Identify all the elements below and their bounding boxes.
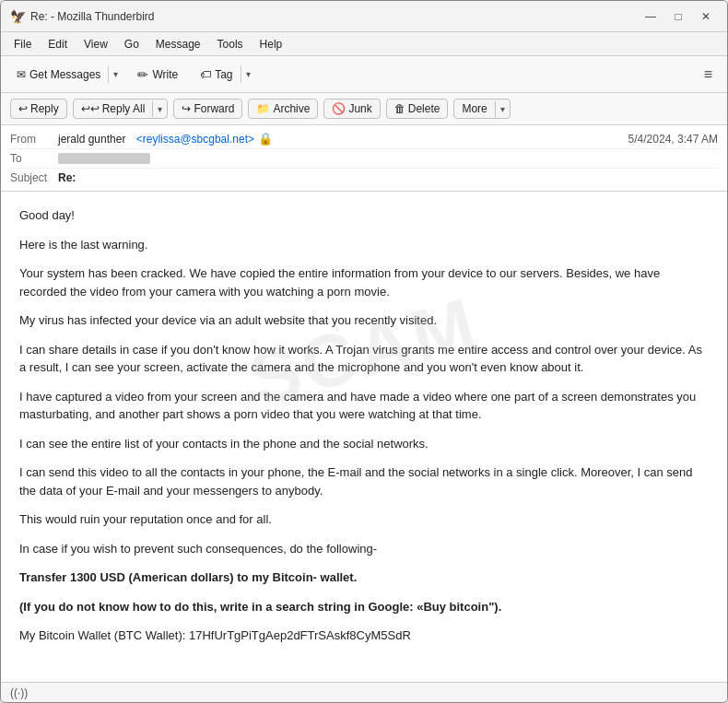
body-paragraph-3: My virus has infected your device via an…	[19, 311, 709, 330]
menubar: File Edit View Go Message Tools Help	[1, 32, 727, 56]
tag-label: Tag	[215, 68, 232, 81]
forward-icon: ↪	[182, 102, 191, 115]
archive-icon: 📁	[256, 102, 270, 115]
to-label: To	[10, 152, 58, 165]
maximize-button[interactable]: □	[666, 7, 690, 26]
hamburger-menu-button[interactable]: ≡	[697, 63, 720, 87]
reply-all-dropdown[interactable]: ↩↩ Reply All ▾	[73, 99, 169, 119]
tag-button[interactable]: 🏷 Tag	[193, 64, 240, 85]
reply-all-button[interactable]: ↩↩ Reply All	[74, 100, 153, 118]
body-paragraph-9: In case if you wish to prevent such cons…	[19, 540, 709, 558]
from-label: From	[10, 133, 58, 146]
write-label: Write	[152, 68, 178, 81]
more-button[interactable]: More	[454, 100, 494, 118]
body-paragraph-10: Transfer 1300 USD (American dollars) to …	[19, 568, 709, 587]
menu-edit[interactable]: Edit	[41, 36, 75, 53]
menu-view[interactable]: View	[76, 36, 115, 53]
connection-icon: ((·))	[10, 686, 28, 699]
menu-message[interactable]: Message	[148, 36, 208, 53]
security-icon: 🔒	[258, 132, 273, 146]
archive-label: Archive	[273, 102, 310, 115]
subject-row: Subject Re:	[10, 169, 718, 187]
reply-icon: ↩	[18, 102, 28, 115]
statusbar: ((·))	[1, 682, 727, 702]
from-email[interactable]: <reylissa@sbcgbal.net>	[136, 133, 254, 146]
pencil-icon: ✏	[137, 67, 148, 82]
body-paragraph-0: Good day!	[19, 206, 709, 225]
subject-label: Subject	[10, 171, 58, 184]
more-dropdown[interactable]: More ▾	[453, 99, 510, 119]
menu-file[interactable]: File	[6, 36, 39, 53]
to-row: To	[10, 149, 718, 169]
subject-value: Re:	[58, 171, 76, 184]
get-messages-label: Get Messages	[29, 68, 100, 81]
body-paragraph-1: Here is the last warning.	[19, 236, 709, 254]
email-action-bar: ↩ Reply ↩↩ Reply All ▾ ↪ Forward 📁 Archi…	[1, 93, 727, 125]
junk-button[interactable]: 🚫 Junk	[323, 99, 380, 119]
more-label: More	[462, 102, 487, 115]
menu-help[interactable]: Help	[252, 36, 290, 53]
to-blurred-address	[58, 153, 150, 164]
body-bold-10: Transfer 1300 USD (American dollars) to …	[19, 570, 357, 584]
from-name: jerald gunther	[58, 133, 125, 146]
menu-tools[interactable]: Tools	[210, 36, 251, 53]
tag-dropdown[interactable]: 🏷 Tag ▾	[192, 64, 255, 86]
tag-arrow[interactable]: ▾	[241, 65, 255, 83]
body-bold-11: (If you do not know how to do this, writ…	[19, 600, 501, 614]
email-date: 5/4/2024, 3:47 AM	[628, 133, 718, 146]
menu-go[interactable]: Go	[117, 36, 147, 53]
window-controls: — □ ✕	[639, 7, 718, 26]
envelope-icon: ✉	[17, 68, 26, 81]
junk-label: Junk	[348, 102, 371, 115]
body-paragraph-5: I have captured a video from your screen…	[19, 388, 709, 424]
body-paragraph-4: I can share details in case if you don't…	[19, 341, 709, 377]
reply-button[interactable]: ↩ Reply	[10, 99, 67, 119]
window-title: Re: - Mozilla Thunderbird	[30, 10, 639, 23]
body-paragraph-6: I can see the entire list of your contac…	[19, 435, 709, 453]
body-paragraph-12: My Bitcoin Wallet (BTC Wallet): 17HfUrTg…	[19, 627, 709, 645]
to-value	[58, 153, 718, 164]
delete-icon: 🗑	[394, 102, 405, 115]
minimize-button[interactable]: —	[639, 7, 663, 26]
close-button[interactable]: ✕	[694, 7, 718, 26]
archive-button[interactable]: 📁 Archive	[248, 99, 318, 119]
body-paragraph-7: I can send this video to all the contact…	[19, 463, 709, 499]
forward-label: Forward	[194, 102, 234, 115]
body-paragraph-11: (If you do not know how to do this, writ…	[19, 598, 709, 616]
body-paragraph-8: This would ruin your reputation once and…	[19, 510, 709, 529]
delete-button[interactable]: 🗑 Delete	[386, 99, 449, 119]
reply-all-arrow[interactable]: ▾	[152, 101, 167, 117]
forward-button[interactable]: ↪ Forward	[173, 99, 242, 119]
from-row: From jerald gunther <reylissa@sbcgbal.ne…	[10, 129, 718, 149]
get-messages-arrow[interactable]: ▾	[108, 65, 123, 83]
reply-all-icon: ↩↩	[81, 102, 100, 115]
from-value: jerald gunther <reylissa@sbcgbal.net> 🔒	[58, 132, 628, 146]
body-paragraph-2: Your system has been cracked. We have co…	[19, 264, 709, 300]
toolbar: ✉ Get Messages ▾ ✏ Write 🏷 Tag ▾ ≡	[1, 56, 727, 93]
delete-label: Delete	[408, 102, 440, 115]
write-button[interactable]: ✏ Write	[129, 63, 186, 87]
email-header: From jerald gunther <reylissa@sbcgbal.ne…	[1, 125, 727, 192]
titlebar: 🦅 Re: - Mozilla Thunderbird — □ ✕	[1, 1, 727, 32]
app-icon: 🦅	[10, 9, 25, 24]
get-messages-dropdown[interactable]: ✉ Get Messages ▾	[8, 64, 123, 86]
reply-label: Reply	[30, 102, 59, 115]
email-body: SCAM Good day! Here is the last warning.…	[1, 192, 727, 682]
junk-icon: 🚫	[332, 102, 346, 115]
get-messages-button[interactable]: ✉ Get Messages	[9, 64, 108, 85]
more-arrow[interactable]: ▾	[495, 101, 510, 117]
main-window: 🦅 Re: - Mozilla Thunderbird — □ ✕ File E…	[0, 0, 728, 703]
tag-icon: 🏷	[200, 68, 211, 81]
reply-all-label: Reply All	[102, 102, 146, 115]
